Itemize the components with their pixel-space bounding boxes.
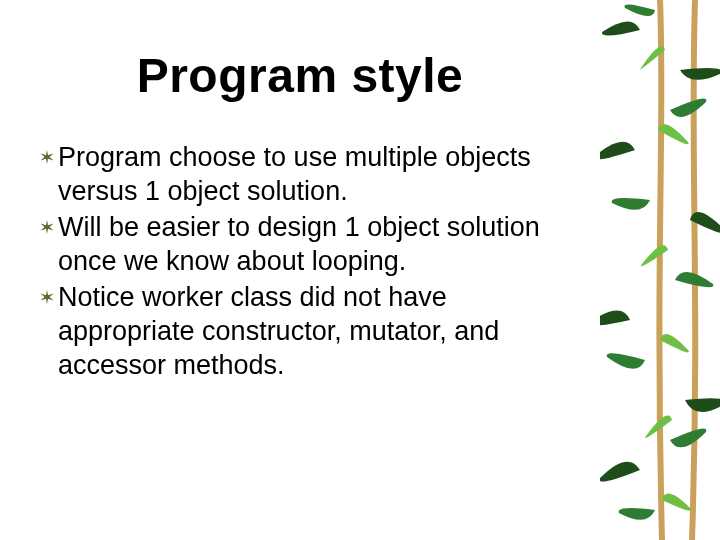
svg-marker-0 bbox=[40, 150, 53, 164]
asterisk-icon bbox=[36, 210, 58, 244]
list-item-text: Program choose to use multiple objects v… bbox=[58, 140, 566, 208]
list-item-text: Will be easier to design 1 object soluti… bbox=[58, 210, 566, 278]
list-item: Program choose to use multiple objects v… bbox=[36, 140, 566, 208]
list-item-text: Notice worker class did not have appropr… bbox=[58, 280, 566, 382]
asterisk-icon bbox=[36, 140, 58, 174]
svg-marker-2 bbox=[40, 290, 53, 304]
list-item: Will be easier to design 1 object soluti… bbox=[36, 210, 566, 278]
svg-marker-1 bbox=[40, 220, 53, 234]
bamboo-leaves-decoration bbox=[600, 0, 720, 540]
list-item: Notice worker class did not have appropr… bbox=[36, 280, 566, 382]
asterisk-icon bbox=[36, 280, 58, 314]
slide-title: Program style bbox=[0, 48, 600, 103]
slide: Program style Program choose to use mult… bbox=[0, 0, 720, 540]
bullet-list: Program choose to use multiple objects v… bbox=[36, 140, 566, 384]
